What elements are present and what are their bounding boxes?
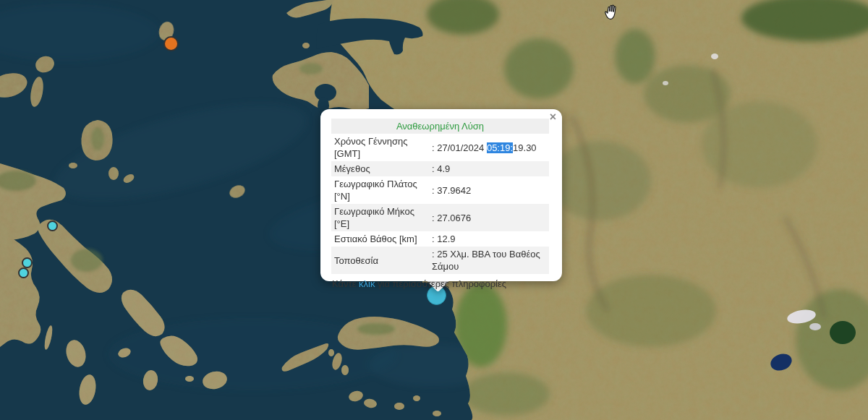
quake-marker-cyan-1[interactable] xyxy=(47,220,58,231)
quake-marker-cyan-3[interactable] xyxy=(18,267,29,278)
longitude-value: : 27.0676 xyxy=(432,210,549,226)
selected-text: 05:19: xyxy=(487,142,513,153)
latitude-label: Γεωγραφικό Πλάτος [°N] xyxy=(331,176,432,204)
latitude-value: : 37.9642 xyxy=(432,183,549,198)
popup-close-button[interactable]: × xyxy=(550,111,556,123)
earthquake-details-table: Αναθεωρημένη Λύση Χρόνος Γέννησης [GMT] … xyxy=(331,119,549,274)
row-latitude: Γεωγραφικό Πλάτος [°N] : 37.9642 xyxy=(331,176,549,204)
row-location: Τοποθεσία : 25 Χλμ. ΒΒΑ του Βαθέος Σάμου xyxy=(331,247,549,274)
row-magnitude: Μέγεθος : 4.9 xyxy=(331,161,549,176)
quake-marker-cyan-2[interactable] xyxy=(22,257,33,268)
dark-reservoir xyxy=(830,321,856,344)
longitude-label: Γεωγραφικό Μήκος [°E] xyxy=(331,204,432,231)
more-info-link[interactable]: κλικ xyxy=(359,278,375,289)
location-label: Τοποθεσία xyxy=(331,253,432,268)
popup-footer: Κάντε κλικ για περισσότερες πληροφορίες xyxy=(331,278,550,290)
magnitude-value: : 4.9 xyxy=(432,161,549,176)
popup-title: Αναθεωρημένη Λύση xyxy=(331,119,549,134)
map-viewport: × Αναθεωρημένη Λύση Χρόνος Γέννησης [GMT… xyxy=(0,0,868,420)
depth-label: Εστιακό Βάθος [km] xyxy=(331,231,432,247)
origin-time-label: Χρόνος Γέννησης [GMT] xyxy=(331,134,432,161)
row-origin-time: Χρόνος Γέννησης [GMT] : 27/01/2024 05:19… xyxy=(331,134,549,161)
depth-value: : 12.9 xyxy=(432,231,549,247)
location-value: : 25 Χλμ. ΒΒΑ του Βαθέος Σάμου xyxy=(432,247,549,274)
quake-marker-orange[interactable] xyxy=(163,36,179,51)
row-longitude: Γεωγραφικό Μήκος [°E] : 27.0676 xyxy=(331,204,549,231)
row-depth: Εστιακό Βάθος [km] : 12.9 xyxy=(331,231,549,247)
origin-time-value: : 27/01/2024 05:19:19.30 xyxy=(432,140,549,155)
earthquake-popup: × Αναθεωρημένη Λύση Χρόνος Γέννησης [GMT… xyxy=(320,109,562,281)
magnitude-label: Μέγεθος xyxy=(331,161,432,176)
